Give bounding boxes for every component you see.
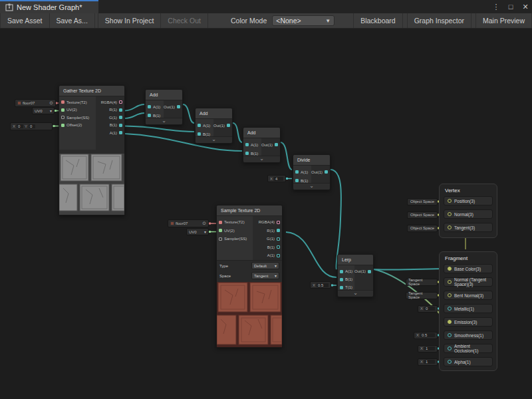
vertex-block[interactable]: Vertex Position(3) Normal(3) Tangent(3): [439, 184, 497, 238]
fragment-ao-field[interactable]: X 1: [418, 345, 438, 352]
color-mode-dropdown[interactable]: <None> ▼: [272, 15, 334, 26]
port-a[interactable]: [245, 143, 249, 146]
fragment-alpha-field[interactable]: X 1: [418, 358, 438, 366]
vertex-row-normal[interactable]: Normal(3): [444, 209, 493, 219]
port-a[interactable]: [198, 124, 201, 127]
port-bent-normal[interactable]: [448, 293, 452, 297]
space-dropdown[interactable]: Tangent ▾: [251, 272, 279, 279]
port-offset[interactable]: [61, 124, 65, 127]
gather-offset-field[interactable]: X 0 Y 0: [10, 122, 53, 130]
fragment-row-smoothness[interactable]: Smoothness(1): [444, 331, 493, 340]
gather-texture-field[interactable]: floor07 ⊙: [15, 99, 56, 107]
port-a[interactable]: [148, 105, 151, 108]
fragment-bent-normal-space-chip[interactable]: Tangent Space: [406, 292, 438, 299]
port-t[interactable]: [340, 286, 343, 289]
main-preview-button[interactable]: Main Preview: [475, 13, 532, 28]
node-add-3[interactable]: Add A(1) B(1) Out(1) ⌄: [243, 127, 281, 163]
port-out[interactable]: [227, 124, 230, 127]
object-picker-icon[interactable]: ⊙: [202, 221, 206, 226]
window-menu-icon[interactable]: ⋮: [492, 3, 500, 11]
fragment-row-alpha[interactable]: Alpha(1): [444, 357, 493, 366]
fragment-metallic-field[interactable]: X 0: [418, 305, 438, 313]
fragment-row-metallic[interactable]: Metallic(1): [444, 304, 493, 313]
lerp-t-field[interactable]: X 0.5: [310, 281, 331, 289]
blackboard-button[interactable]: Blackboard: [353, 13, 403, 28]
port-b[interactable]: [148, 114, 151, 117]
show-in-project-button[interactable]: Show In Project: [98, 13, 162, 28]
port-normal-ts[interactable]: [448, 280, 452, 284]
maximize-icon[interactable]: □: [507, 3, 515, 11]
type-dropdown[interactable]: Default ▾: [251, 262, 279, 269]
port-b[interactable]: [198, 132, 201, 136]
graph-inspector-button[interactable]: Graph Inspector: [407, 13, 471, 28]
x-value[interactable]: 0: [424, 307, 435, 311]
fragment-row-base-color[interactable]: Base Color(3): [444, 264, 493, 273]
port-out[interactable]: [275, 143, 278, 146]
port-uv[interactable]: [61, 108, 65, 112]
port-rgba[interactable]: [119, 100, 122, 104]
port-a[interactable]: [277, 254, 280, 257]
x-value[interactable]: 0.5: [420, 333, 435, 337]
gather-uv-dropdown[interactable]: UV0 ▾: [32, 107, 55, 114]
port-metallic[interactable]: [448, 307, 452, 311]
fragment-smoothness-field[interactable]: X 0.5: [414, 332, 438, 339]
x-value[interactable]: 1: [424, 360, 435, 364]
node-add-1[interactable]: Add A(1) B(1) Out(1) ⌄: [145, 89, 183, 125]
sample-uv-dropdown[interactable]: UV0 ▾: [186, 228, 209, 235]
close-icon[interactable]: ✕: [521, 3, 529, 11]
vertex-row-position[interactable]: Position(3): [444, 196, 493, 205]
node-divide[interactable]: Divide A(1) B(1) Out(1) ⌄: [293, 154, 331, 190]
port-r[interactable]: [119, 108, 122, 112]
port-a[interactable]: [340, 270, 343, 273]
save-asset-button[interactable]: Save Asset: [0, 13, 50, 28]
x-value[interactable]: 0.5: [317, 283, 329, 287]
port-g[interactable]: [277, 237, 280, 241]
object-picker-icon[interactable]: ⊙: [49, 100, 53, 106]
fragment-row-emission[interactable]: Emission(3): [444, 317, 493, 327]
port-texture[interactable]: [61, 100, 65, 104]
fragment-row-ambient-occlusion[interactable]: Ambient Occlusion(1): [444, 344, 493, 353]
port-b[interactable]: [295, 179, 299, 182]
port-r[interactable]: [277, 229, 280, 232]
fragment-normal-space-chip[interactable]: Tangent Space: [406, 279, 438, 286]
fragment-block[interactable]: Fragment Base Color(3) Normal (Tangent S…: [439, 251, 497, 371]
port-a[interactable]: [119, 131, 122, 134]
save-as-button[interactable]: Save As...: [50, 13, 95, 28]
port-texture[interactable]: [219, 221, 222, 224]
y-value[interactable]: 0: [29, 124, 35, 128]
fragment-row-normal[interactable]: Normal (Tangent Space)(3): [444, 277, 493, 287]
port-position[interactable]: [448, 199, 452, 203]
port-tangent[interactable]: [448, 225, 452, 229]
fragment-row-bent-normal[interactable]: Bent Normal(3): [444, 291, 493, 300]
port-normal[interactable]: [448, 212, 452, 216]
vertex-row-tangent[interactable]: Tangent(3): [444, 223, 493, 232]
port-out[interactable]: [325, 170, 328, 174]
port-out[interactable]: [177, 105, 180, 108]
port-emission[interactable]: [448, 320, 452, 324]
port-out[interactable]: [368, 270, 371, 273]
port-sampler[interactable]: [61, 116, 65, 119]
vertex-tangent-space-chip[interactable]: Object Space: [407, 225, 438, 232]
vertex-normal-space-chip[interactable]: Object Space: [407, 211, 438, 219]
port-b[interactable]: [245, 152, 249, 155]
port-smoothness[interactable]: [448, 333, 452, 337]
x-value[interactable]: 4: [274, 177, 283, 181]
port-g[interactable]: [119, 116, 122, 119]
port-a[interactable]: [295, 170, 299, 174]
port-alpha[interactable]: [448, 360, 452, 364]
port-b[interactable]: [340, 278, 343, 281]
vertex-position-space-chip[interactable]: Object Space: [407, 198, 438, 205]
x-value[interactable]: 1: [424, 346, 435, 350]
x-value[interactable]: 0: [17, 124, 23, 128]
port-b[interactable]: [119, 124, 122, 127]
sample-texture-field[interactable]: floor07 ⊙: [168, 219, 209, 227]
port-sampler[interactable]: [219, 237, 222, 241]
node-sample-texture-2d[interactable]: Sample Texture 2D Texture(T2) UV(2) Samp…: [216, 205, 283, 348]
port-uv[interactable]: [219, 229, 222, 232]
tab-new-shader-graph[interactable]: New Shader Graph*: [0, 0, 98, 13]
node-gather-texture-2d[interactable]: Gather Texture 2D Texture(T2) UV(2) Samp…: [59, 85, 125, 215]
port-ambient-occlusion[interactable]: [448, 346, 452, 350]
node-add-2[interactable]: Add A(1) B(1) Out(1) ⌄: [195, 108, 233, 144]
port-rgba[interactable]: [277, 221, 280, 224]
divide-b-field[interactable]: X 4: [267, 175, 286, 182]
